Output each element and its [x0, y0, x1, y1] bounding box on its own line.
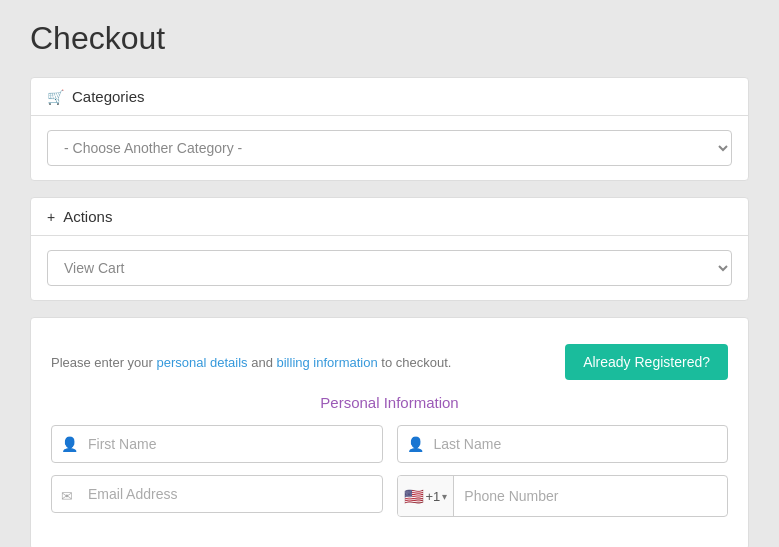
actions-header: + Actions — [31, 198, 748, 236]
chevron-down-icon: ▾ — [442, 491, 447, 502]
user-icon-first: 👤 — [61, 436, 78, 452]
user-icon-last: 👤 — [407, 436, 424, 452]
billing-info-highlight: billing information — [277, 355, 378, 370]
info-row: Please enter your personal details and b… — [51, 344, 728, 380]
categories-card: 🛒 Categories - Choose Another Category - — [30, 77, 749, 181]
categories-label: Categories — [72, 88, 145, 105]
name-row: 👤 👤 — [51, 425, 728, 463]
email-icon: ✉ — [61, 488, 73, 504]
categories-header: 🛒 Categories — [31, 78, 748, 116]
categories-select[interactable]: - Choose Another Category - — [47, 130, 732, 166]
page-title: Checkout — [30, 20, 749, 57]
email-input[interactable] — [51, 475, 383, 513]
phone-input[interactable] — [454, 478, 727, 514]
categories-body: - Choose Another Category - — [31, 116, 748, 180]
personal-details-highlight: personal details — [157, 355, 248, 370]
last-name-group: 👤 — [397, 425, 729, 463]
first-name-input[interactable] — [51, 425, 383, 463]
cart-icon: 🛒 — [47, 89, 64, 105]
actions-body: View Cart — [31, 236, 748, 300]
phone-flag-select[interactable]: 🇺🇸 +1 ▾ — [398, 476, 455, 516]
first-name-group: 👤 — [51, 425, 383, 463]
already-registered-button[interactable]: Already Registered? — [565, 344, 728, 380]
plus-icon: + — [47, 209, 55, 225]
phone-input-group: 🇺🇸 +1 ▾ — [397, 475, 729, 517]
last-name-input[interactable] — [397, 425, 729, 463]
actions-label: Actions — [63, 208, 112, 225]
page-container: Checkout 🛒 Categories - Choose Another C… — [0, 0, 779, 547]
actions-card: + Actions View Cart — [30, 197, 749, 301]
phone-code: +1 — [426, 489, 441, 504]
checkout-main: Please enter your personal details and b… — [30, 317, 749, 547]
email-group: ✉ — [51, 475, 383, 517]
us-flag-icon: 🇺🇸 — [404, 487, 424, 506]
checkout-info-text: Please enter your personal details and b… — [51, 355, 451, 370]
personal-info-section-title: Personal Information — [51, 394, 728, 411]
actions-select[interactable]: View Cart — [47, 250, 732, 286]
contact-row: ✉ 🇺🇸 +1 ▾ — [51, 475, 728, 517]
phone-group: 🇺🇸 +1 ▾ — [397, 475, 729, 517]
